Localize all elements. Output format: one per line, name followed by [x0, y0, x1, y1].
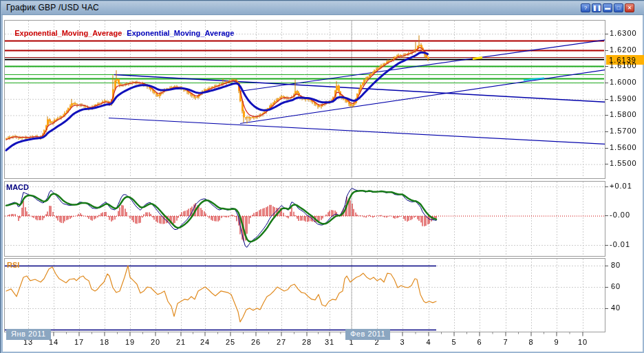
price-axis-label: 1.5500	[610, 159, 637, 167]
price-axis-label: 1.5700	[610, 127, 637, 135]
date-axis-label: 25	[226, 338, 235, 346]
legend-ema-fast: Exponential_Moving_Average	[14, 29, 122, 37]
date-axis-label: 3	[400, 338, 405, 346]
macd-axis-label: +0.01	[610, 182, 632, 190]
window-buttons: ? ❚❚ ▬ □ ✕	[581, 3, 634, 12]
date-axis-label: 20	[151, 338, 160, 346]
month-badge: Фев 2011	[345, 329, 390, 340]
price-axis-label: 1.5600	[610, 143, 637, 151]
legend-ema-slow: Exponential_Moving_Average	[127, 29, 234, 37]
macd-axis-label: -0.00	[610, 211, 630, 219]
date-axis-label: 10	[578, 338, 588, 346]
chart-canvas[interactable]	[1, 1, 644, 353]
macd-axis-label: -0.01	[610, 240, 630, 248]
restore-button[interactable]: □	[614, 3, 623, 12]
rsi-axis-label: 60	[611, 282, 621, 290]
rsi-axis-label: 80	[611, 261, 621, 269]
help-button[interactable]: ?	[581, 3, 590, 12]
date-axis-label: 24	[200, 338, 210, 346]
date-axis-label: 31	[325, 338, 334, 346]
indicator-legend: Exponential_Moving_AverageExponential_Mo…	[6, 21, 234, 45]
window-title: График GBP /USD ЧАС	[6, 3, 99, 12]
price-axis-label: 1.6000	[610, 78, 637, 86]
date-axis-label: 6	[477, 338, 482, 346]
date-axis-label: 9	[554, 338, 559, 346]
date-axis-label: 4	[426, 338, 431, 346]
date-axis-label: 18	[100, 338, 109, 346]
date-axis-label: 27	[277, 338, 286, 346]
rsi-axis-label: 40	[611, 303, 621, 312]
minimize-button[interactable]: ▬	[603, 3, 612, 12]
date-axis-label: 19	[125, 338, 135, 346]
price-axis-label: 1.6200	[610, 45, 637, 54]
close-button[interactable]: ✕	[625, 3, 634, 12]
date-axis-label: 21	[176, 338, 186, 346]
price-axis-label: 1.5800	[610, 110, 637, 118]
macd-panel-label: MACD	[6, 183, 29, 191]
price-axis-label: 1.6300	[610, 29, 637, 37]
chart-window: График GBP /USD ЧАС ? ❚❚ ▬ □ ✕ Exponenti…	[0, 0, 644, 353]
date-axis-label: 26	[251, 338, 261, 346]
title-bar[interactable]: График GBP /USD ЧАС ? ❚❚ ▬ □ ✕	[1, 1, 644, 15]
date-axis-label: 17	[74, 338, 84, 346]
pause-button[interactable]: ❚❚	[592, 3, 601, 12]
date-axis-label: 28	[302, 338, 312, 346]
price-axis-label: 1.5900	[610, 94, 637, 103]
rsi-panel-label: RSI	[7, 261, 19, 269]
date-axis-label: 8	[528, 338, 533, 346]
month-badge: Янв 2011	[6, 329, 51, 340]
date-axis-label: 7	[503, 338, 508, 346]
price-axis-label: 1.6100	[610, 61, 637, 69]
date-axis-label: 5	[451, 338, 456, 346]
